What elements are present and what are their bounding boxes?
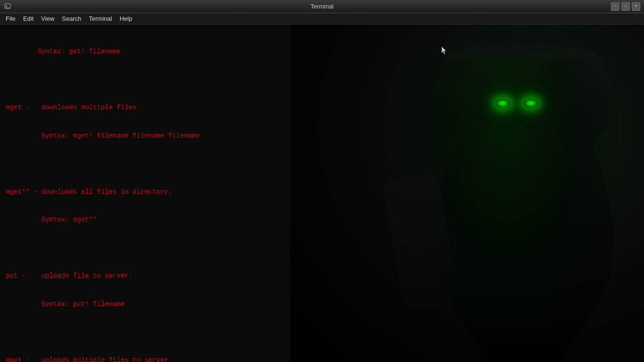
- terminal-window: Syntax: get! filename mget - downloads m…: [0, 25, 644, 362]
- eye-left-glow: [495, 99, 510, 107]
- menu-view[interactable]: View: [37, 14, 58, 23]
- terminal-line: Syntax: get! filename: [6, 47, 381, 56]
- terminal-output: Syntax: get! filename mget - downloads m…: [0, 25, 387, 362]
- window-title: Terminal: [310, 3, 333, 10]
- terminal-line: [6, 327, 381, 337]
- terminal-line: Syntax: mget**: [6, 215, 381, 224]
- menu-help[interactable]: Help: [116, 14, 136, 23]
- terminal-line: Syntax: mget! filename filename filename: [6, 131, 381, 140]
- minimize-button[interactable]: −: [611, 2, 619, 11]
- menu-file[interactable]: File: [2, 14, 19, 23]
- menu-terminal[interactable]: Terminal: [85, 14, 116, 23]
- terminal-line: put - uploads file to server.: [6, 271, 381, 280]
- restore-button[interactable]: ○: [621, 2, 630, 11]
- menu-search[interactable]: Search: [58, 14, 85, 23]
- terminal-line: [6, 243, 381, 253]
- terminal-line: [6, 75, 381, 84]
- close-button[interactable]: ×: [632, 2, 640, 11]
- eye-right-glow: [524, 99, 538, 107]
- menu-edit[interactable]: Edit: [19, 14, 37, 23]
- terminal-line: Syntax: put! filename: [6, 299, 381, 309]
- menubar: File Edit View Search Terminal Help: [0, 13, 644, 25]
- titlebar-left: [4, 3, 11, 10]
- window-controls: − ○ ×: [611, 2, 640, 11]
- terminal-line: mget - downloads multiple files.: [6, 103, 381, 112]
- terminal-icon: [4, 3, 11, 10]
- terminal-line: [6, 159, 381, 168]
- titlebar: Terminal − ○ ×: [0, 0, 644, 13]
- terminal-line: mput - uploads multiple files to server.: [6, 355, 381, 362]
- terminal-line: mget** - downloads all files in director…: [6, 187, 381, 197]
